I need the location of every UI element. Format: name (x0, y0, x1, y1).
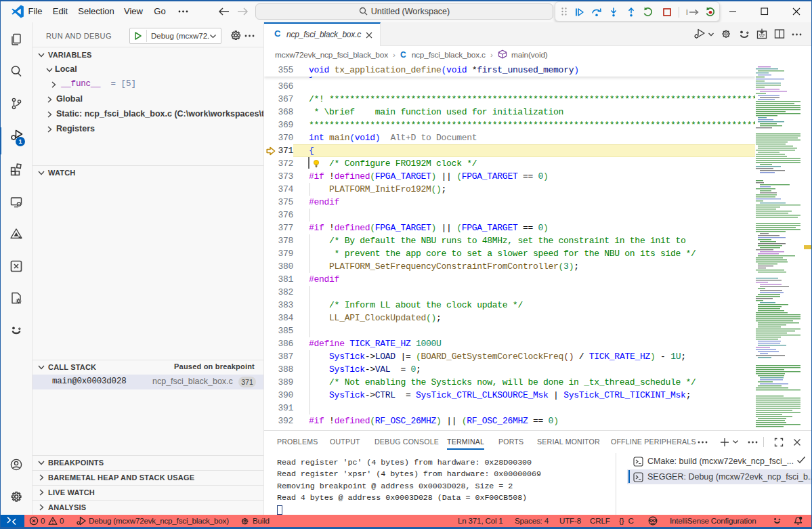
svg-text:i: i (686, 7, 688, 17)
